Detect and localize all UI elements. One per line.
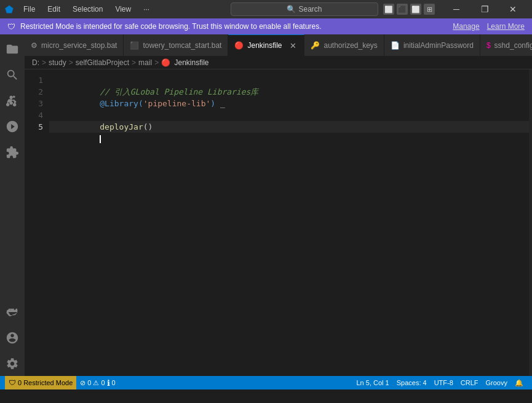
encoding-label: UTF-8 [434,379,453,386]
breadcrumb: D: > study > selfGitlabProject > mail > … [25,56,532,69]
errors-icon: ⊘ [80,379,85,387]
activity-explorer[interactable] [0,37,25,61]
code-line-4: deployJar() [49,109,529,121]
manage-link[interactable]: Manage [453,22,479,31]
tab-label: sshd_config [494,41,532,50]
restricted-mode-label: 0 Restricted Mode [18,379,73,386]
activity-account[interactable] [0,326,25,350]
warnings-count: 0 [101,379,105,386]
vscode-logo: ⬟ [5,4,14,15]
breadcrumb-sep-1: > [69,58,73,67]
tab-micro-service-stop[interactable]: ⚙ micro_service_stop.bat [25,34,124,56]
activity-extensions[interactable] [0,140,25,165]
tab-initial-admin-password[interactable]: 📄 initialAdminPassword [384,34,480,56]
activity-run-debug[interactable] [0,114,25,139]
customize-layout-btn[interactable]: ⊞ [424,4,435,15]
errors-count: 0 [87,379,91,386]
tab-jenkinsfile[interactable]: 🔴 Jenkinsfile ✕ [228,34,304,56]
tab-authorized-keys[interactable]: 🔑 authorized_keys [304,34,384,56]
menu-more[interactable]: ··· [138,4,154,15]
main-layout: ⚙ micro_service_stop.bat ⬛ towery_tomcat… [0,34,532,376]
code-underscore: _ [215,99,225,108]
line-number-4: 4 [25,109,43,121]
menu-file[interactable]: File [18,4,40,15]
file-icon: 📄 [391,41,400,50]
activity-source-control[interactable] [0,88,25,113]
tab-towery-tomcat-start[interactable]: ⬛ towery_tomcat_start.bat [124,34,228,56]
banner-message: Restricted Mode is intended for safe cod… [20,22,322,31]
tab-label: authorized_keys [324,41,377,50]
tab-label: initialAdminPassword [403,41,474,50]
menu-view[interactable]: View [110,4,136,15]
status-errors[interactable]: ⊘ 0 ⚠ 0 ℹ 0 [76,376,119,389]
status-feedback[interactable]: 🔔 [511,376,527,389]
activity-bar [0,34,25,376]
menu-edit[interactable]: Edit [42,4,65,15]
window-controls: ─ ❐ ✕ [442,0,527,18]
editor-area: ⚙ micro_service_stop.bat ⬛ towery_tomcat… [25,34,532,376]
restore-button[interactable]: ❐ [470,0,499,18]
restricted-banner: 🛡 Restricted Mode is intended for safe c… [0,18,532,34]
breadcrumb-project[interactable]: selfGitlabProject [76,58,129,67]
code-parens: () [143,122,153,131]
breadcrumb-sep-2: > [132,58,136,67]
title-bar: ⬟ File Edit Selection View ··· 🔍 Search … [0,0,532,18]
feedback-icon: 🔔 [515,379,523,387]
bat-icon: ⚙ [31,41,38,50]
code-function: deployJar [100,122,143,131]
menu-items: File Edit Selection View ··· [18,4,231,15]
status-spaces[interactable]: Spaces: 4 [393,376,431,389]
breadcrumb-sep-3: > [154,58,159,67]
search-icon: 🔍 [287,5,296,14]
info-count: 0 [112,379,116,386]
line-numbers: 1 2 3 4 5 [25,69,49,376]
search-bar[interactable]: 🔍 Search [231,2,378,16]
eol-label: CRLF [461,379,478,386]
search-placeholder: Search [298,5,322,14]
key-icon: 🔑 [311,41,320,50]
ln-col-label: Ln 5, Col 1 [357,379,389,386]
jenkinsfile-breadcrumb-icon: 🔴 [161,58,170,67]
tab-close-button[interactable]: ✕ [288,41,298,50]
spaces-label: Spaces: 4 [397,379,427,386]
text-cursor [100,135,101,143]
line-number-1: 1 [25,74,43,86]
status-restricted-mode[interactable]: 🛡 0 Restricted Mode [5,376,76,389]
activity-search[interactable] [0,63,25,87]
info-icon: ℹ [107,378,110,388]
breadcrumb-sep-0: > [42,58,46,67]
key-icon2: $ [486,41,491,50]
code-close: ) [210,99,215,108]
minimize-button[interactable]: ─ [442,0,470,18]
code-content[interactable]: // 引入GLobal Pipeline Libraries库 @Library… [49,69,529,376]
breadcrumb-file[interactable]: 🔴 Jenkinsfile [161,58,208,67]
bat-icon2: ⬛ [130,41,139,50]
activity-docker[interactable] [0,300,25,324]
breadcrumb-study[interactable]: study [49,58,66,67]
split-editor-btn[interactable]: ⬜ [383,4,394,15]
close-button[interactable]: ✕ [499,0,527,18]
learn-more-link[interactable]: Learn More [487,22,525,31]
activity-settings[interactable] [0,351,25,376]
minimap [529,69,532,376]
restricted-mode-icon: 🛡 [9,378,16,387]
status-eol[interactable]: CRLF [457,376,482,389]
menu-selection[interactable]: Selection [68,4,108,15]
code-at: @Library( [100,99,143,108]
editor-layout-btn[interactable]: ⬛ [397,4,408,15]
banner-links: Manage Learn More [453,22,525,31]
tab-label: towery_tomcat_start.bat [143,41,221,50]
breadcrumb-mail[interactable]: mail [138,58,152,67]
line-number-2: 2 [25,86,43,98]
layout-buttons: ⬜ ⬛ ⬜ ⊞ [383,4,435,15]
status-ln-col[interactable]: Ln 5, Col 1 [353,376,393,389]
status-encoding[interactable]: UTF-8 [431,376,457,389]
shield-icon: 🛡 [7,22,15,31]
code-editor[interactable]: 1 2 3 4 5 // 引入GLobal Pipeline Libraries… [25,69,532,376]
tab-sshd-config[interactable]: $ sshd_config [480,34,532,56]
jenkinsfile-icon: 🔴 [234,41,244,50]
status-language[interactable]: Groovy [482,376,511,389]
breadcrumb-drive[interactable]: D: [32,58,39,67]
language-label: Groovy [486,379,507,386]
panel-btn[interactable]: ⬜ [410,4,421,15]
